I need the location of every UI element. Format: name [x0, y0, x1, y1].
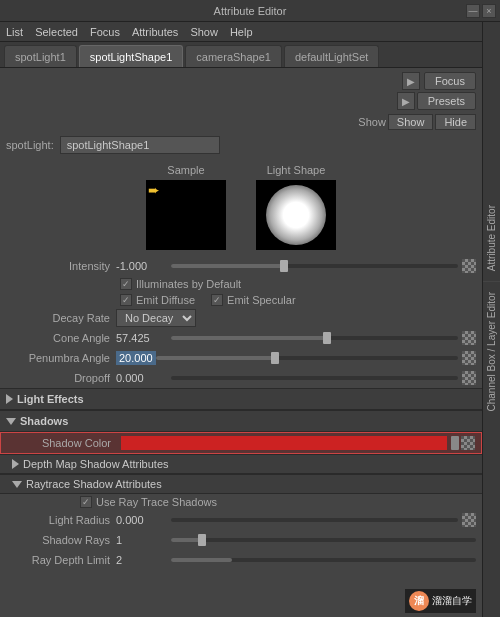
- menu-attributes[interactable]: Attributes: [132, 26, 178, 38]
- right-label-attr: Attribute Editor: [486, 205, 497, 271]
- shadow-color-label: Shadow Color: [7, 437, 117, 449]
- emit-diffuse-checkbox[interactable]: ✓: [120, 294, 132, 306]
- dropoff-slider-track[interactable]: [171, 376, 458, 380]
- shadow-rays-slider-fill: [171, 538, 202, 542]
- penumbra-angle-label: Penumbra Angle: [6, 352, 116, 364]
- decay-rate-select[interactable]: No Decay Linear Quadratic Cubic: [116, 309, 196, 327]
- intensity-checker-icon[interactable]: [462, 259, 476, 273]
- depth-map-triangle: [12, 459, 19, 469]
- dropoff-value: 0.000: [116, 372, 171, 384]
- decay-rate-label: Decay Rate: [6, 312, 116, 324]
- cone-angle-checker-icon[interactable]: [462, 331, 476, 345]
- show-button[interactable]: Show: [388, 114, 434, 130]
- emit-specular-item: ✓ Emit Specular: [211, 294, 295, 306]
- shadows-triangle: [6, 418, 16, 425]
- shadow-rays-label: Shadow Rays: [6, 534, 116, 546]
- tab-defaultlightset[interactable]: defaultLightSet: [284, 45, 379, 67]
- shadow-color-checker-icon[interactable]: [461, 436, 475, 450]
- raytrace-section[interactable]: Raytrace Shadow Attributes: [0, 474, 482, 494]
- light-radius-checker-icon[interactable]: [462, 513, 476, 527]
- dropoff-label: Dropoff: [6, 372, 116, 384]
- tab-camerashape1[interactable]: cameraShape1: [185, 45, 282, 67]
- emit-row: ✓ Emit Diffuse ✓ Emit Specular: [0, 292, 482, 308]
- close-button[interactable]: ×: [482, 4, 496, 18]
- ray-depth-slider-track[interactable]: [171, 558, 476, 562]
- depth-map-section[interactable]: Depth Map Shadow Attributes: [0, 454, 482, 474]
- minimize-button[interactable]: —: [466, 4, 480, 18]
- decay-rate-row: Decay Rate No Decay Linear Quadratic Cub…: [0, 308, 482, 328]
- icon-btn-2[interactable]: ▶: [397, 92, 415, 110]
- penumbra-checker-icon[interactable]: [462, 351, 476, 365]
- penumbra-angle-row: Penumbra Angle 20.000: [0, 348, 482, 368]
- right-panel: Attribute Editor Channel Box / Layer Edi…: [482, 0, 500, 617]
- presets-button[interactable]: Presets: [417, 92, 476, 110]
- icon-btn-1[interactable]: ▶: [402, 72, 420, 90]
- spotlight-name-input[interactable]: [60, 136, 220, 154]
- light-effects-triangle: [6, 394, 13, 404]
- intensity-value: -1.000: [116, 260, 171, 272]
- ray-depth-label: Ray Depth Limit: [6, 554, 116, 566]
- intensity-slider-track[interactable]: [171, 264, 458, 268]
- title-bar-title: Attribute Editor: [214, 5, 287, 17]
- penumbra-slider-thumb[interactable]: [271, 352, 279, 364]
- shadow-color-swatch[interactable]: [121, 436, 447, 450]
- shadows-section[interactable]: Shadows: [0, 410, 482, 432]
- menu-selected[interactable]: Selected: [35, 26, 78, 38]
- penumbra-angle-value[interactable]: 20.000: [116, 351, 156, 365]
- menu-bar: List Selected Focus Attributes Show Help: [0, 22, 500, 42]
- light-radius-row: Light Radius 0.000: [0, 510, 482, 530]
- raytrace-checkbox-row: ✓ Use Ray Trace Shadows: [0, 494, 482, 510]
- light-radius-slider-track[interactable]: [171, 518, 458, 522]
- dropoff-checker-icon[interactable]: [462, 371, 476, 385]
- dropoff-row: Dropoff 0.000: [0, 368, 482, 388]
- focus-button[interactable]: Focus: [424, 72, 476, 90]
- sample-preview: Sample ➨: [146, 164, 226, 250]
- focus-presets-row: ▶ Focus: [0, 68, 482, 90]
- emit-specular-checkbox[interactable]: ✓: [211, 294, 223, 306]
- emit-diffuse-item: ✓ Emit Diffuse: [120, 294, 195, 306]
- shadow-color-slider-thumb[interactable]: [451, 436, 459, 450]
- illuminates-row: ✓ Illuminates by Default: [0, 276, 482, 292]
- raytrace-checkbox[interactable]: ✓: [80, 496, 92, 508]
- shadow-rays-slider-track[interactable]: [171, 538, 476, 542]
- menu-list[interactable]: List: [6, 26, 23, 38]
- menu-focus[interactable]: Focus: [90, 26, 120, 38]
- show-label: Show: [358, 116, 386, 128]
- light-radius-value: 0.000: [116, 514, 171, 526]
- menu-help[interactable]: Help: [230, 26, 253, 38]
- light-effects-section[interactable]: Light Effects: [0, 388, 482, 410]
- depth-map-title: Depth Map Shadow Attributes: [23, 458, 169, 470]
- right-label-channel: Channel Box / Layer Editor: [486, 292, 497, 412]
- intensity-row: Intensity -1.000: [0, 256, 482, 276]
- tab-spotlight1[interactable]: spotLight1: [4, 45, 77, 67]
- hide-button[interactable]: Hide: [435, 114, 476, 130]
- light-circle: [266, 185, 326, 245]
- main-content: ▶ Focus ▶ Presets Show Show Hide spotLig…: [0, 68, 482, 570]
- sample-canvas[interactable]: ➨: [146, 180, 226, 250]
- intensity-slider-thumb[interactable]: [280, 260, 288, 272]
- illuminates-checkbox[interactable]: ✓: [120, 278, 132, 290]
- menu-show[interactable]: Show: [190, 26, 218, 38]
- ray-depth-value: 2: [116, 554, 171, 566]
- lightshape-canvas[interactable]: [256, 180, 336, 250]
- title-bar: Attribute Editor — ×: [0, 0, 500, 22]
- cone-angle-slider-thumb[interactable]: [323, 332, 331, 344]
- raytrace-title: Raytrace Shadow Attributes: [26, 478, 162, 490]
- penumbra-slider-fill: [156, 356, 277, 360]
- watermark: 溜 溜溜自学: [405, 589, 476, 613]
- title-bar-buttons: — ×: [466, 4, 496, 18]
- intensity-label: Intensity: [6, 260, 116, 272]
- shadow-rays-slider-thumb[interactable]: [198, 534, 206, 546]
- shadows-title: Shadows: [20, 415, 68, 427]
- penumbra-slider-track[interactable]: [156, 356, 458, 360]
- cone-angle-row: Cone Angle 57.425: [0, 328, 482, 348]
- shadow-rays-slider-container: [171, 538, 476, 542]
- ray-depth-row: Ray Depth Limit 2: [0, 550, 482, 570]
- tab-spotlightshape1[interactable]: spotLightShape1: [79, 45, 184, 67]
- ray-depth-slider-container: [171, 558, 476, 562]
- sample-label: Sample: [167, 164, 204, 176]
- shadow-color-row: Shadow Color: [0, 432, 482, 454]
- cone-angle-slider-track[interactable]: [171, 336, 458, 340]
- arrow-icon: ➨: [148, 182, 160, 198]
- light-effects-title: Light Effects: [17, 393, 84, 405]
